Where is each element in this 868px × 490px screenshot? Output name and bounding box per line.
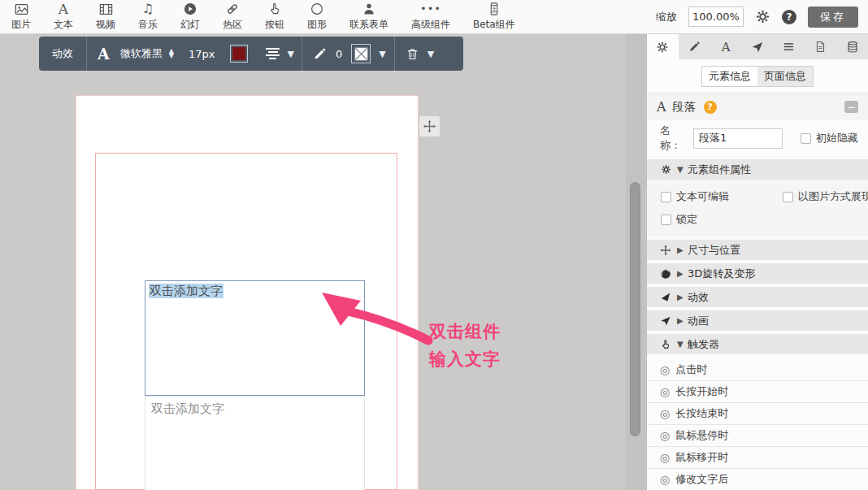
section-element-properties[interactable]: ▼ 元素组件属性 xyxy=(647,159,868,180)
section-size-position[interactable]: ▶ 尺寸与位置 xyxy=(647,240,868,260)
panel-tab-edit[interactable] xyxy=(679,34,710,59)
text-editable-label: 文本可编辑 xyxy=(676,189,729,204)
trigger-longpress-start[interactable]: ◎ 长按开始时 xyxy=(647,381,868,403)
tool-label: 热区 xyxy=(223,18,242,32)
element-type-label: 段落 xyxy=(673,100,696,115)
delete-dropdown-caret-icon[interactable]: ▼ xyxy=(427,50,434,59)
panel-tab-data[interactable] xyxy=(836,34,868,59)
trash-icon[interactable] xyxy=(406,47,419,61)
target-icon: ◎ xyxy=(660,408,670,419)
paragraph-type-icon: A xyxy=(657,99,666,115)
font-family-select[interactable]: 微软雅黑 xyxy=(120,46,163,61)
font-size-value[interactable]: 17px xyxy=(189,48,215,60)
show-as-image-label: 以图片方式展现 xyxy=(798,189,868,204)
tool-label: Beta组件 xyxy=(473,18,515,32)
section-animation[interactable]: ▶ 动画 xyxy=(647,310,868,331)
section-motion-effect[interactable]: ▶ 动效 xyxy=(647,287,868,307)
zoom-input[interactable] xyxy=(688,7,744,27)
trigger-label: 长按结束时 xyxy=(675,406,728,421)
trigger-longpress-end[interactable]: ◎ 长按结束时 xyxy=(647,403,868,425)
tool-music[interactable]: ♫ 音乐 xyxy=(127,0,169,34)
trigger-label: 鼠标悬停时 xyxy=(675,428,728,443)
initial-hidden-checkbox[interactable] xyxy=(801,133,811,144)
tab-element-info[interactable]: 元素信息 xyxy=(701,66,757,87)
collapse-panel-button[interactable]: − xyxy=(844,101,858,113)
second-textbox[interactable]: 双击添加文字 xyxy=(145,396,365,490)
pencil-icon xyxy=(688,41,701,53)
trigger-label: 长按开始时 xyxy=(675,384,728,399)
tool-label: 视频 xyxy=(96,18,115,32)
sidebar-panel-tabs: A xyxy=(647,34,868,59)
save-button[interactable]: 保存 xyxy=(808,7,858,28)
trigger-text-changed[interactable]: ◎ 修改文字后 xyxy=(647,469,868,490)
tool-text[interactable]: A 文本 xyxy=(42,0,85,34)
anim-effect-button[interactable]: 动效 xyxy=(39,46,86,61)
text-icon: A xyxy=(59,2,68,16)
tool-advanced[interactable]: ••• 高级组件 xyxy=(400,0,462,34)
tool-label: 按钮 xyxy=(265,18,284,32)
element-properties-body: 文本可编辑 以图片方式展现 锁定 xyxy=(647,180,868,236)
panel-tab-list[interactable] xyxy=(773,34,805,59)
text-editable-checkbox[interactable] xyxy=(661,192,671,202)
trigger-label: 修改文字后 xyxy=(675,472,728,487)
name-label: 名称： xyxy=(660,124,689,153)
tab-page-info[interactable]: 页面信息 xyxy=(757,66,814,87)
help-icon[interactable]: ? xyxy=(782,10,796,24)
canvas-vertical-scrollbar[interactable] xyxy=(626,34,645,490)
element-name-input[interactable] xyxy=(693,128,783,149)
tool-contact-form[interactable]: 联系表单 xyxy=(338,0,400,34)
settings-gear-icon[interactable] xyxy=(755,9,770,24)
show-as-image-checkbox[interactable] xyxy=(783,192,793,202)
caret-down-icon: ▼ xyxy=(677,165,684,174)
panel-tab-text[interactable]: A xyxy=(710,34,742,59)
tool-shape[interactable]: 图形 xyxy=(296,0,338,34)
properties-sidebar: A 元素信息 页面信息 A 段落 ? − 名称： 初始隐藏 ▼ 元素组件属性 文… xyxy=(646,34,868,490)
target-icon: ◎ xyxy=(660,430,670,441)
file-icon xyxy=(814,41,827,53)
tool-label: 联系表单 xyxy=(349,18,388,32)
stroke-pencil-icon[interactable] xyxy=(313,47,327,61)
tool-image[interactable]: 图片 xyxy=(0,0,42,34)
font-family-stepper-icon[interactable]: ▲▼ xyxy=(169,49,174,59)
stroke-color-none-swatch[interactable] xyxy=(351,44,371,63)
align-left-icon[interactable] xyxy=(266,48,280,59)
stroke-dropdown-caret-icon[interactable]: ▼ xyxy=(379,50,385,59)
top-toolbar: 图片 A 文本 视频 ♫ 音乐 幻灯 热区 按钮 图形 联系表单 ••• 高级组… xyxy=(0,0,868,34)
align-dropdown-caret-icon[interactable]: ▼ xyxy=(287,50,293,59)
color-preview xyxy=(232,47,245,60)
database-icon xyxy=(846,41,859,54)
section-triggers[interactable]: ▼ 触发器 xyxy=(647,334,868,354)
selected-textbox[interactable]: 双击添加文字 xyxy=(145,280,365,396)
tool-beta[interactable]: Beta组件 xyxy=(462,0,527,34)
trigger-mouse-hover[interactable]: ◎ 鼠标悬停时 xyxy=(647,425,868,447)
tool-button[interactable]: 按钮 xyxy=(254,0,296,34)
caret-right-icon: ▶ xyxy=(677,293,684,301)
caret-right-icon: ▶ xyxy=(677,316,684,325)
trigger-label: 鼠标移开时 xyxy=(675,450,728,465)
annotation-text-line2: 输入文字 xyxy=(429,348,501,371)
pointer-hand-icon xyxy=(267,2,282,16)
trigger-on-click[interactable]: ◎ 点击时 xyxy=(647,359,868,381)
section-label: 动效 xyxy=(688,290,709,305)
locked-checkbox[interactable] xyxy=(661,215,671,225)
stroke-width-value[interactable]: 0 xyxy=(336,48,342,60)
canvas-area: 双击添加文字 双击添加文字 双击组件 输入文字 动效 A 微软雅黑 ▲▼ 17p… xyxy=(0,34,646,490)
text-color-swatch[interactable] xyxy=(230,45,248,63)
tool-slideshow[interactable]: 幻灯 xyxy=(169,0,211,34)
panel-tab-settings[interactable] xyxy=(647,34,679,59)
circle-icon xyxy=(310,2,324,16)
element-type-header: A 段落 ? − xyxy=(647,93,868,120)
info-tabs: 元素信息 页面信息 xyxy=(647,59,868,93)
panel-tab-animation[interactable] xyxy=(742,34,774,59)
font-style-button[interactable]: A xyxy=(87,45,120,63)
trigger-mouse-leave[interactable]: ◎ 鼠标移开时 xyxy=(647,447,868,469)
scrollbar-thumb[interactable] xyxy=(630,182,640,436)
tool-hotzone[interactable]: 热区 xyxy=(211,0,254,34)
target-icon: ◎ xyxy=(660,364,670,375)
paper-plane-icon xyxy=(751,41,764,54)
paragraph-help-icon[interactable]: ? xyxy=(704,101,717,114)
page-move-handle[interactable] xyxy=(419,116,440,137)
panel-tab-page[interactable] xyxy=(805,34,836,59)
tool-video[interactable]: 视频 xyxy=(85,0,127,34)
section-3d-transform[interactable]: ▶ 3D旋转及变形 xyxy=(647,263,868,284)
